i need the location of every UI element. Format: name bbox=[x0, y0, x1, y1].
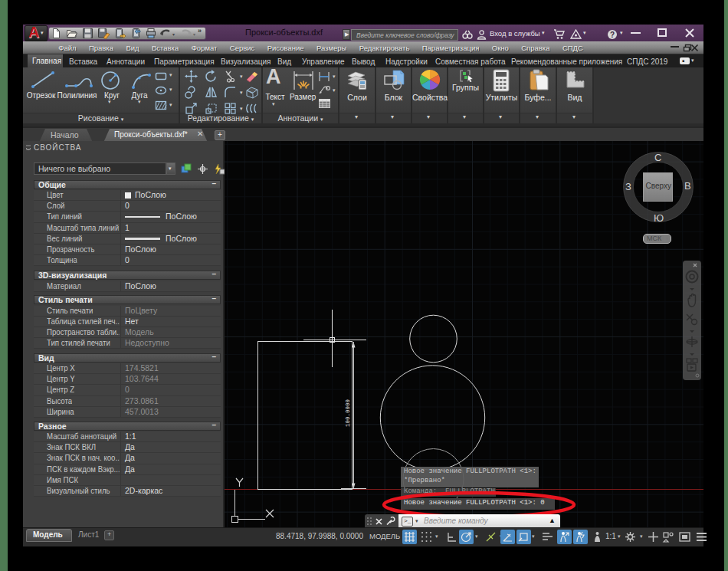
svg-text:100.0000: 100.0000 bbox=[345, 399, 351, 428]
svg-text:?: ? bbox=[610, 31, 615, 39]
